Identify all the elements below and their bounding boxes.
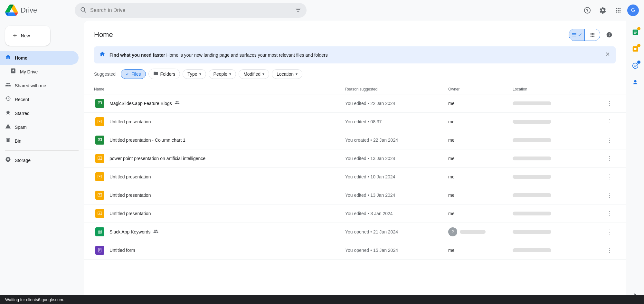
- shared-icon: [5, 82, 11, 89]
- owner-cell: me: [448, 101, 513, 106]
- more-options-button[interactable]: ⋮: [605, 135, 613, 145]
- content-header: Home: [84, 21, 626, 46]
- type-arrow-icon: ▾: [199, 72, 201, 76]
- new-button[interactable]: + New: [5, 26, 50, 46]
- home-icon: [5, 54, 11, 62]
- more-options-button[interactable]: ⋮: [605, 245, 613, 255]
- location-label: Location: [277, 71, 294, 77]
- search-input[interactable]: [90, 7, 291, 13]
- banner-rest-text: Home is your new landing page and surfac…: [165, 52, 328, 58]
- file-list: MagicSlides.app Feature Blogs You edited…: [84, 94, 626, 260]
- drive-logo: [5, 4, 18, 17]
- tasks-side-icon[interactable]: [629, 59, 642, 72]
- folder-icon: [153, 71, 158, 77]
- sidebar: + New Home My Drive Shared with me: [0, 21, 84, 304]
- owner-cell: me: [448, 193, 513, 198]
- search-icon: [80, 6, 86, 14]
- location-pill: [513, 138, 551, 142]
- keep-side-icon[interactable]: [629, 43, 642, 55]
- main-area: + New Home My Drive Shared with me: [0, 21, 644, 304]
- reason-cell: You opened • 21 Jan 2024: [345, 229, 448, 234]
- table-row[interactable]: Untitled presentation You edited • 13 Ja…: [84, 186, 626, 204]
- location-cell: [513, 101, 603, 105]
- table-row[interactable]: MagicSlides.app Feature Blogs You edited…: [84, 94, 626, 113]
- user-avatar[interactable]: G: [627, 5, 639, 16]
- apps-button[interactable]: [612, 4, 625, 17]
- sidebar-item-recent[interactable]: Recent: [0, 92, 79, 106]
- plus-icon: +: [13, 32, 17, 40]
- location-pill: [513, 101, 551, 105]
- banner-text: Find what you need faster Home is your n…: [109, 52, 601, 58]
- banner-close-button[interactable]: [605, 51, 611, 59]
- filter-chip-modified[interactable]: Modified ▾: [239, 69, 269, 79]
- sidebar-item-starred[interactable]: Starred: [0, 106, 79, 120]
- table-row[interactable]: Untitled presentation You edited • 3 Jan…: [84, 204, 626, 223]
- svg-line-1: [84, 11, 86, 12]
- shared-icon: [175, 100, 180, 107]
- sidebar-item-label-spam: Spam: [15, 125, 27, 130]
- list-view-button[interactable]: [569, 29, 584, 41]
- sidebar-item-my-drive[interactable]: My Drive: [0, 65, 79, 79]
- table-row[interactable]: Slack App Keywords You opened • 21 Jan 2…: [84, 223, 626, 241]
- col-header-owner: Owner: [448, 87, 513, 91]
- sidebar-item-label-home: Home: [15, 55, 27, 61]
- reason-cell: You created • 22 Jan 2024: [345, 138, 448, 143]
- filter-chip-type[interactable]: Type ▾: [183, 69, 206, 79]
- more-options-button[interactable]: ⋮: [605, 172, 613, 182]
- reason-cell: You opened • 15 Jan 2024: [345, 248, 448, 253]
- file-name: Untitled presentation: [109, 193, 345, 198]
- sidebar-item-label-shared: Shared with me: [15, 83, 46, 88]
- filter-chip-folders[interactable]: Folders: [148, 69, 180, 79]
- bin-icon: [5, 137, 11, 145]
- info-button[interactable]: [603, 28, 616, 41]
- info-banner: Find what you need faster Home is your n…: [94, 46, 616, 63]
- new-button-label: New: [21, 33, 30, 38]
- more-options-button[interactable]: ⋮: [605, 154, 613, 163]
- sidebar-item-bin[interactable]: Bin: [0, 134, 79, 148]
- location-pill: [513, 248, 551, 252]
- suggested-label: Suggested: [94, 71, 116, 77]
- sidebar-item-shared[interactable]: Shared with me: [0, 79, 79, 92]
- more-options-button[interactable]: ⋮: [605, 99, 613, 108]
- table-row[interactable]: power point presentation on artificial i…: [84, 149, 626, 168]
- filter-chip-people[interactable]: People ▾: [209, 69, 236, 79]
- sheets-side-icon[interactable]: [629, 26, 642, 39]
- table-header: Name Reason suggested Owner Location: [84, 84, 626, 94]
- help-button[interactable]: ?: [581, 4, 594, 17]
- table-row[interactable]: Untitled form You opened • 15 Jan 2024 m…: [84, 241, 626, 260]
- sidebar-item-storage[interactable]: Storage: [0, 153, 79, 167]
- filter-chip-files[interactable]: ✓ Files: [121, 69, 146, 79]
- more-options-button[interactable]: ⋮: [605, 190, 613, 200]
- settings-button[interactable]: [596, 4, 609, 17]
- sidebar-item-home[interactable]: Home: [0, 51, 79, 65]
- col-header-reason: Reason suggested: [345, 87, 448, 91]
- people-arrow-icon: ▾: [229, 72, 231, 76]
- owner-cell: me: [448, 119, 513, 124]
- starred-icon: [5, 109, 11, 117]
- contacts-side-icon[interactable]: [629, 76, 642, 89]
- grid-view-button[interactable]: [584, 29, 600, 41]
- search-bar[interactable]: [75, 3, 307, 18]
- location-cell: [513, 230, 603, 234]
- logo-area: Drive: [5, 4, 70, 17]
- col-header-name: Name: [94, 87, 345, 91]
- more-options-button[interactable]: ⋮: [605, 209, 613, 218]
- table-row[interactable]: Untitled presentation You edited • 08:37…: [84, 113, 626, 131]
- table-row[interactable]: Untitled presentation - Column chart 1 Y…: [84, 131, 626, 149]
- file-type-icon: [94, 226, 106, 238]
- location-pill: [513, 120, 551, 124]
- svg-marker-11: [99, 121, 101, 122]
- more-options-button[interactable]: ⋮: [605, 117, 613, 127]
- location-cell: [513, 120, 603, 124]
- location-pill: [513, 157, 551, 160]
- type-label: Type: [187, 71, 197, 77]
- more-options-button[interactable]: ⋮: [605, 227, 613, 237]
- file-type-icon: [94, 116, 106, 128]
- search-filter-icon[interactable]: [295, 6, 301, 14]
- sidebar-item-spam[interactable]: Spam: [0, 120, 79, 134]
- table-row[interactable]: Untitled presentation You edited • 10 Ja…: [84, 168, 626, 186]
- svg-point-36: [634, 48, 636, 50]
- filter-chip-location[interactable]: Location ▾: [272, 69, 302, 79]
- file-name: Untitled presentation - Column chart 1: [109, 138, 345, 143]
- location-pill: [513, 193, 551, 197]
